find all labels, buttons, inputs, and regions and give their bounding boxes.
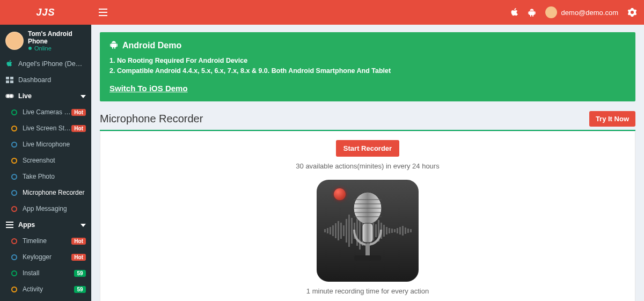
hint-text: 1 minute recording time for every action [109, 287, 626, 295]
banner-title: Android Demo [122, 41, 181, 50]
sidebar-apps-item[interactable]: TimelineHot [0, 233, 91, 249]
sidebar-live-item[interactable]: Take Photo [0, 168, 91, 185]
sidebar-live-item[interactable]: Screenshot [0, 152, 91, 168]
microphone-icon [343, 192, 392, 269]
sidebar-item-label: Live Screen Stream [23, 124, 71, 132]
ring-icon [10, 270, 18, 276]
ring-icon [10, 109, 18, 115]
sidebar-call-history[interactable]: Call Hisotry 484 [0, 297, 91, 301]
sidebar-live-item[interactable]: Microphone Recorder [0, 185, 91, 201]
ring-icon [10, 287, 18, 292]
svg-rect-2 [10, 77, 13, 79]
svg-point-6 [10, 94, 13, 98]
sidebar-live-item[interactable]: App Messaging [0, 201, 91, 217]
svg-rect-8 [6, 222, 13, 223]
sidebar-section-live[interactable]: Live [0, 88, 91, 104]
menu-toggle-icon[interactable] [99, 9, 107, 16]
sidebar-item-label: Install [23, 269, 74, 277]
svg-rect-13 [365, 244, 370, 256]
svg-point-5 [6, 94, 10, 98]
start-recorder-button[interactable]: Start Recorder [336, 140, 399, 157]
sidebar-item-label: Microphone Recorder [23, 189, 86, 196]
sidebar-live-item[interactable]: Live Screen StreamHot [0, 120, 91, 136]
ring-icon [10, 238, 18, 244]
sidebar-user[interactable]: Tom's Android Phone Online [0, 25, 91, 56]
sidebar-live-item[interactable]: Live Microphone [0, 136, 91, 152]
svg-rect-12 [362, 223, 373, 243]
ring-icon [10, 174, 18, 180]
svg-rect-10 [6, 227, 13, 228]
sidebar-alt-device[interactable]: Angel's iPhone (Demo) [0, 56, 91, 72]
sidebar-item-label: Activity [23, 285, 74, 293]
ring-icon [10, 126, 18, 131]
ring-icon [10, 142, 18, 148]
brand[interactable]: JJS [0, 0, 91, 25]
chevron-down-icon [80, 221, 86, 229]
ring-icon [10, 190, 18, 196]
header-user[interactable]: demo@demo.com [545, 6, 618, 18]
brand-text: JJS [36, 7, 55, 18]
sidebar: Tom's Android Phone Online Angel's iPhon… [0, 25, 91, 301]
try-it-now-button[interactable]: Try It Now [589, 111, 635, 127]
info-banner: Android Demo 1. No Rooting Required For … [100, 32, 635, 101]
sidebar-item-label: Screenshot [23, 157, 86, 164]
content: Android Demo 1. No Rooting Required For … [91, 25, 644, 301]
quota-text: 30 available actions(minites) in every 2… [109, 162, 626, 170]
badge: 59 [74, 270, 86, 277]
chevron-down-icon [80, 92, 86, 100]
sidebar-section-apps[interactable]: Apps [0, 217, 91, 233]
badge: Hot [71, 238, 86, 245]
avatar [545, 6, 557, 18]
sidebar-item-label: Keylogger [23, 253, 71, 261]
sidebar-apps-item[interactable]: KeyloggerHot [0, 249, 91, 265]
banner-line: 1. No Rooting Required For Android Devic… [109, 56, 626, 66]
badge: Hot [71, 125, 86, 132]
android-icon [109, 40, 118, 52]
sidebar-dashboard[interactable]: Dashboard [0, 72, 91, 88]
android-icon[interactable] [528, 8, 536, 17]
recorder-panel: Start Recorder 30 available actions(mini… [100, 131, 635, 302]
device-name: Tom's Android Phone [28, 30, 86, 45]
recorder-image [317, 180, 419, 282]
banner-line: 2. Compatible Android 4.4.x, 5.x, 6.x, 7… [109, 66, 626, 76]
svg-rect-1 [6, 77, 9, 79]
apple-icon [5, 60, 14, 68]
sidebar-live-item[interactable]: Live Cameras StreamHot [0, 104, 91, 120]
gear-icon[interactable] [628, 8, 636, 17]
sidebar-item-label: App Messaging [23, 205, 86, 212]
user-email: demo@demo.com [561, 9, 618, 17]
sidebar-apps-item[interactable]: Activity59 [0, 281, 91, 297]
dashboard-icon [5, 77, 14, 83]
ring-icon [10, 158, 18, 164]
sidebar-item-label: Timeline [23, 237, 71, 245]
sidebar-item-label: Take Photo [23, 173, 86, 180]
sidebar-item-label: Live Microphone [23, 141, 86, 148]
svg-rect-9 [6, 224, 13, 225]
device-status: Online [28, 45, 86, 52]
list-icon [5, 222, 14, 228]
switch-demo-link[interactable]: Switch To iOS Demo [109, 84, 188, 93]
sidebar-item-label: Live Cameras Stream [23, 108, 71, 116]
sidebar-apps-item[interactable]: Install59 [0, 265, 91, 281]
badge: Hot [71, 254, 86, 261]
avatar [5, 32, 24, 50]
svg-rect-14 [354, 255, 381, 261]
svg-rect-3 [6, 80, 9, 83]
ring-icon [10, 254, 18, 260]
ring-icon [10, 206, 18, 212]
camera-icon [5, 93, 14, 99]
apple-icon[interactable] [511, 8, 518, 17]
page-title: Microphone Recorder [100, 113, 203, 125]
badge: 59 [74, 286, 86, 293]
svg-point-0 [28, 47, 32, 50]
badge: Hot [71, 109, 86, 116]
svg-rect-4 [10, 80, 13, 83]
